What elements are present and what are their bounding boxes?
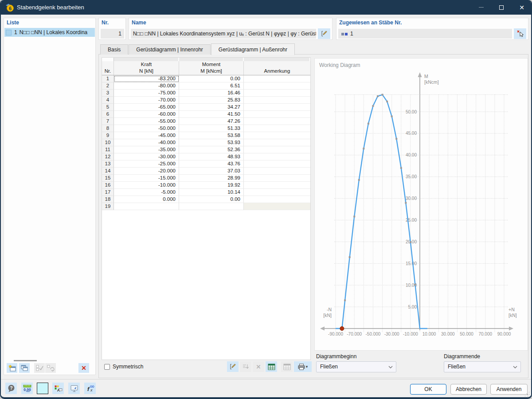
row-number-cell[interactable]: 19: [102, 203, 114, 210]
kraft-cell[interactable]: -10.000: [114, 182, 179, 189]
display-on-screen-button[interactable]: [68, 383, 80, 394]
kraft-cell[interactable]: -80.000: [114, 82, 179, 90]
row-number-cell[interactable]: 6: [102, 111, 114, 118]
moment-cell[interactable]: 53.58: [179, 132, 244, 139]
diagrammende-select[interactable]: Fließen: [444, 361, 521, 372]
kraft-cell[interactable]: -30.000: [114, 153, 179, 160]
kraft-cell[interactable]: -35.000: [114, 146, 179, 153]
kraft-cell[interactable]: -5.000: [114, 189, 179, 196]
table-row[interactable]: 12-30.00048.93: [102, 153, 310, 160]
kraft-cell[interactable]: [114, 203, 179, 210]
moment-cell[interactable]: 47.26: [179, 118, 244, 125]
anmerkung-cell[interactable]: [244, 118, 310, 125]
anmerkung-cell[interactable]: [244, 90, 310, 97]
row-number-cell[interactable]: 13: [102, 160, 114, 168]
anmerkung-cell[interactable]: [244, 132, 310, 139]
kraft-cell[interactable]: -50.000: [114, 125, 179, 132]
maximize-button[interactable]: [491, 0, 512, 15]
name-field[interactable]: N□□ □NN | Lokales Koordinatensystem xyz …: [131, 29, 316, 39]
moment-cell[interactable]: 10.14: [179, 189, 244, 196]
kraft-cell[interactable]: -40.000: [114, 139, 179, 146]
row-number-cell[interactable]: 5: [102, 104, 114, 111]
kraft-cell[interactable]: -55.000: [114, 118, 179, 125]
table-row[interactable]: 5-65.00034.27: [102, 104, 310, 111]
row-number-cell[interactable]: 4: [102, 97, 114, 104]
apply-button[interactable]: Anwenden: [490, 384, 528, 395]
table-row[interactable]: 14-20.00037.03: [102, 168, 310, 175]
row-number-cell[interactable]: 10: [102, 139, 114, 146]
anmerkung-cell[interactable]: [244, 97, 310, 104]
table-row[interactable]: 3-75.00016.46: [102, 90, 310, 97]
table-row[interactable]: 9-45.00053.58: [102, 132, 310, 139]
anmerkung-cell[interactable]: [244, 111, 310, 118]
row-number-cell[interactable]: 3: [102, 90, 114, 97]
diagrammbeginn-select[interactable]: Fließen: [316, 361, 396, 372]
table-row[interactable]: 13-25.00043.76: [102, 160, 310, 168]
moment-cell[interactable]: 25.83: [179, 97, 244, 104]
cancel-button[interactable]: Abbrechen: [450, 384, 487, 395]
row-number-cell[interactable]: 11: [102, 146, 114, 153]
table-row[interactable]: 16-10.00019.92: [102, 182, 310, 189]
row-number-cell[interactable]: 18: [102, 196, 114, 203]
row-number-cell[interactable]: 16: [102, 182, 114, 189]
edit-table-button[interactable]: [227, 361, 239, 372]
moment-cell[interactable]: 43.76: [179, 160, 244, 168]
anmerkung-cell[interactable]: [244, 125, 310, 132]
anmerkung-cell[interactable]: [244, 196, 310, 203]
anmerkung-cell[interactable]: [244, 182, 310, 189]
moment-cell[interactable]: 28.99: [179, 175, 244, 182]
moment-cell[interactable]: 34.27: [179, 104, 244, 111]
table-row[interactable]: 1-83.2000.00: [102, 75, 310, 82]
tab-ger-stdiagramm-au-enrohr[interactable]: Gerüstdiagramm | Außenrohr: [211, 43, 295, 55]
kraft-cell[interactable]: 0.000: [114, 196, 179, 203]
row-number-cell[interactable]: 1: [102, 75, 114, 82]
kraft-cell[interactable]: -75.000: [114, 90, 179, 97]
edit-name-button[interactable]: [318, 28, 330, 39]
moment-cell[interactable]: 51.33: [179, 125, 244, 132]
table-row[interactable]: 11-35.00052.36: [102, 146, 310, 153]
table-row[interactable]: 10-40.00053.93: [102, 139, 310, 146]
moment-cell[interactable]: 48.93: [179, 153, 244, 160]
kraft-cell[interactable]: -65.000: [114, 104, 179, 111]
copy-item-button[interactable]: [19, 363, 30, 373]
table-row[interactable]: 180.0000.00: [102, 196, 310, 203]
units-settings-button[interactable]: 0,00: [21, 383, 33, 394]
kraft-cell[interactable]: -70.000: [114, 97, 179, 104]
table-row[interactable]: 17-5.00010.14: [102, 189, 310, 196]
table-row[interactable]: 15-15.00028.99: [102, 175, 310, 182]
table-row[interactable]: 7-55.00047.26: [102, 118, 310, 125]
table-row[interactable]: 19: [102, 203, 310, 210]
color-display-button[interactable]: [37, 383, 48, 394]
list-item-selected[interactable]: 1 N□□ □NN | Lokales Koordina: [4, 28, 95, 37]
formula-button[interactable]: f x: [84, 383, 96, 394]
table-row[interactable]: 2-80.0006.51: [102, 82, 310, 90]
kraft-cell[interactable]: -25.000: [114, 160, 179, 168]
row-number-cell[interactable]: 14: [102, 168, 114, 175]
moment-cell[interactable]: 16.46: [179, 90, 244, 97]
tab-basis[interactable]: Basis: [100, 44, 128, 55]
row-number-cell[interactable]: 8: [102, 125, 114, 132]
kraft-cell[interactable]: -60.000: [114, 111, 179, 118]
kraft-cell[interactable]: -20.000: [114, 168, 179, 175]
row-number-cell[interactable]: 2: [102, 82, 114, 90]
anmerkung-cell[interactable]: [244, 75, 310, 82]
row-number-cell[interactable]: 17: [102, 189, 114, 196]
kraft-cell[interactable]: -45.000: [114, 132, 179, 139]
moment-cell[interactable]: 6.51: [179, 82, 244, 90]
display-properties-button[interactable]: A: [52, 383, 64, 394]
kraft-cell[interactable]: -15.000: [114, 175, 179, 182]
anmerkung-cell[interactable]: [244, 189, 310, 196]
pick-members-button[interactable]: [514, 28, 526, 39]
anmerkung-cell[interactable]: [244, 160, 310, 168]
table-row[interactable]: 8-50.00051.33: [102, 125, 310, 132]
symmetrisch-checkbox[interactable]: [104, 364, 110, 370]
anmerkung-cell[interactable]: [244, 139, 310, 146]
row-number-cell[interactable]: 7: [102, 118, 114, 125]
tab-ger-stdiagramm-innenrohr[interactable]: Gerüstdiagramm | Innenrohr: [129, 44, 211, 55]
moment-cell[interactable]: 0.00: [179, 196, 244, 203]
moment-cell[interactable]: 53.93: [179, 139, 244, 146]
moment-cell[interactable]: 0.00: [179, 75, 244, 82]
anmerkung-cell[interactable]: [244, 104, 310, 111]
anmerkung-cell[interactable]: [244, 146, 310, 153]
ok-button[interactable]: OK: [410, 384, 446, 395]
